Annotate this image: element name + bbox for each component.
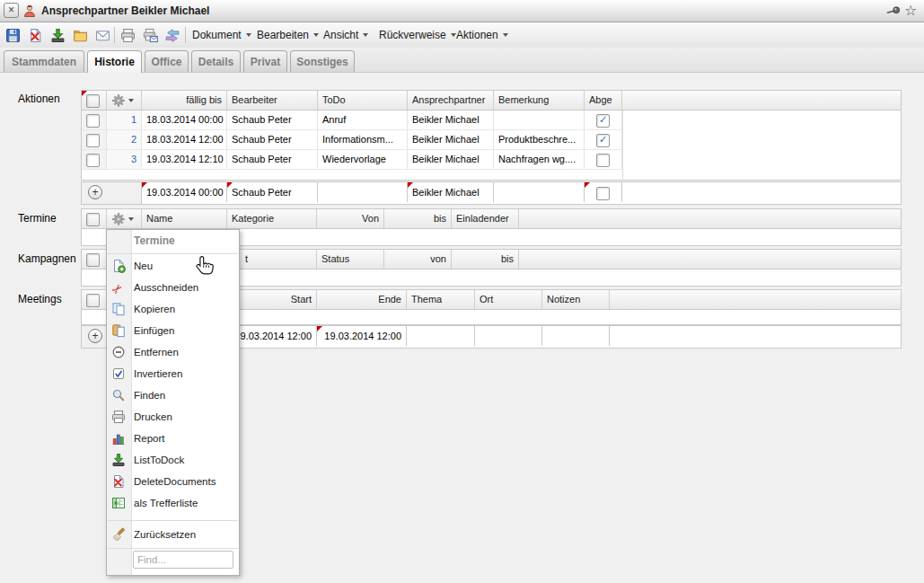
new-cell-notizen[interactable] <box>542 326 610 346</box>
tab-office[interactable]: Office <box>145 50 189 72</box>
tab-historie[interactable]: Historie <box>87 50 142 73</box>
menu-item-drucken[interactable]: Drucken <box>107 406 239 428</box>
tab-privat[interactable]: Privat <box>243 50 287 72</box>
row-select-cell[interactable] <box>82 110 107 129</box>
column-header-kategorie[interactable]: Kategorie <box>227 209 317 228</box>
select-all-checkbox[interactable] <box>86 294 100 307</box>
abgeschlossen-checkbox[interactable] <box>596 187 610 200</box>
column-header-bemerkung[interactable]: Bemerkung <box>494 91 585 110</box>
menu-dokument[interactable]: Dokument <box>187 22 257 48</box>
tab-details[interactable]: Details <box>191 50 241 72</box>
menu-item-einfuegen[interactable]: Einfügen <box>107 320 239 341</box>
print-icon[interactable] <box>118 25 137 45</box>
tab-sonstiges[interactable]: Sonstiges <box>290 50 355 72</box>
column-header-einladender[interactable]: Einladender <box>452 209 519 228</box>
menu-item-neu[interactable]: Neu <box>107 255 239 277</box>
column-header-notizen[interactable]: Notizen <box>542 290 610 309</box>
menu-item-zuruecksetzen[interactable]: Zurücksetzen <box>107 524 239 545</box>
new-cell-ende[interactable]: 19.03.2014 12:00 <box>317 326 407 346</box>
print-mail-icon[interactable] <box>140 25 160 45</box>
new-entry-left: + <box>82 182 142 204</box>
abgeschlossen-checkbox[interactable]: ✓ <box>596 134 610 147</box>
new-cell-bearbeiter[interactable]: Schaub Peter <box>227 182 318 202</box>
menu-find-input[interactable] <box>133 551 233 569</box>
menu-bearbeiten[interactable]: Bearbeiten <box>251 22 324 48</box>
column-header-bearbeiter[interactable]: Bearbeiter <box>227 91 318 110</box>
column-header-ansprechpartner[interactable]: Ansprechpartner <box>408 91 494 110</box>
new-cell-ort[interactable] <box>475 326 542 346</box>
contact-person-icon <box>22 4 37 22</box>
column-header-bis[interactable]: bis <box>452 250 519 269</box>
add-entry-button[interactable]: + <box>88 329 102 343</box>
tab-stammdaten[interactable]: Stammdaten <box>4 50 84 72</box>
column-header-name[interactable]: Name <box>142 209 227 228</box>
section-label-aktionen: Aktionen <box>18 93 60 105</box>
print-icon <box>111 410 126 424</box>
list-to-dock-icon[interactable] <box>48 25 67 45</box>
menu-item-report[interactable]: Report <box>107 428 239 449</box>
menu-item-entfernen[interactable]: Entfernen <box>107 341 239 363</box>
menu-rueckverweise[interactable]: Rückverweise <box>374 22 462 48</box>
chevron-down-icon <box>246 33 251 37</box>
menu-item-finden[interactable]: Finden <box>107 384 239 406</box>
column-header-thema[interactable]: Thema <box>407 290 475 309</box>
cell-ansprechpartner: Beikler Michael <box>408 130 494 149</box>
select-all-checkbox[interactable] <box>86 253 100 267</box>
grid-menu-button[interactable] <box>107 209 142 228</box>
select-all-cell[interactable] <box>82 290 107 309</box>
menu-item-invertieren[interactable]: Invertieren <box>107 363 239 384</box>
column-header-abgeschlossen[interactable]: Abge <box>585 91 622 110</box>
column-header-status[interactable]: Status <box>317 250 384 269</box>
cell-todo: Anruf <box>318 110 408 129</box>
new-cell-ansprechpartner[interactable]: Beikler Michael <box>408 182 494 202</box>
select-all-cell[interactable] <box>82 250 107 269</box>
tab-strip: Stammdaten Historie Office Details Priva… <box>0 48 924 73</box>
menu-ansicht[interactable]: Ansicht <box>318 22 374 48</box>
abgeschlossen-checkbox[interactable] <box>596 154 610 167</box>
select-all-checkbox[interactable] <box>86 213 100 226</box>
menu-item-kopieren[interactable]: Kopieren <box>107 298 239 320</box>
abgeschlossen-checkbox[interactable]: ✓ <box>596 114 610 128</box>
new-cell-thema[interactable] <box>407 326 475 346</box>
gear-icon <box>112 94 125 107</box>
transfer-icon[interactable] <box>163 25 182 45</box>
result-list-icon <box>111 496 126 510</box>
select-all-cell[interactable] <box>82 91 107 110</box>
row-checkbox[interactable] <box>86 114 100 128</box>
cell-todo: Informationsm... <box>318 130 408 149</box>
folder-icon[interactable] <box>70 25 90 45</box>
required-marker <box>408 182 413 188</box>
row-select-cell[interactable] <box>82 150 107 169</box>
new-cell-abgeschlossen[interactable] <box>585 182 622 202</box>
menu-aktionen[interactable]: Aktionen <box>451 22 514 48</box>
column-header-bis[interactable]: bis <box>384 209 452 228</box>
row-select-cell[interactable] <box>82 130 107 149</box>
menu-item-deletedocuments[interactable]: DeleteDocuments <box>107 471 239 492</box>
column-header-faellig-bis[interactable]: fällig bis <box>142 91 227 110</box>
column-header-todo[interactable]: ToDo <box>318 91 408 110</box>
close-button[interactable]: × <box>4 3 19 18</box>
column-header-ort[interactable]: Ort <box>475 290 542 309</box>
cell-faellig-bis: 19.03.2014 12:10 <box>142 150 227 169</box>
select-all-checkbox[interactable] <box>86 94 100 108</box>
menu-item-ausschneiden[interactable]: ✂ Ausschneiden <box>107 277 239 298</box>
column-header-ende[interactable]: Ende <box>317 290 407 309</box>
new-cell-todo[interactable] <box>318 182 408 202</box>
menu-item-listtodock[interactable]: ListToDock <box>107 449 239 471</box>
column-header-von[interactable]: Von <box>317 209 384 228</box>
select-all-cell[interactable] <box>82 209 107 228</box>
add-entry-button[interactable]: + <box>88 185 102 199</box>
context-menu: Termine Neu ✂ Ausschneiden Kopieren <box>106 229 240 576</box>
favorite-star-icon[interactable]: ☆ <box>904 3 920 19</box>
save-icon[interactable] <box>3 25 22 45</box>
column-header-von[interactable]: von <box>384 250 452 269</box>
row-checkbox[interactable] <box>86 154 100 167</box>
row-checkbox[interactable] <box>86 134 100 147</box>
pin-icon[interactable] <box>885 3 902 19</box>
new-cell-bemerkung[interactable] <box>494 182 585 202</box>
grid-menu-button[interactable] <box>107 91 142 110</box>
new-cell-faellig-bis[interactable]: 19.03.2014 00:00 <box>142 182 227 202</box>
mail-icon[interactable] <box>92 25 112 45</box>
delete-document-icon[interactable] <box>25 25 45 45</box>
menu-item-als-trefferliste[interactable]: als Trefferliste <box>107 492 239 514</box>
